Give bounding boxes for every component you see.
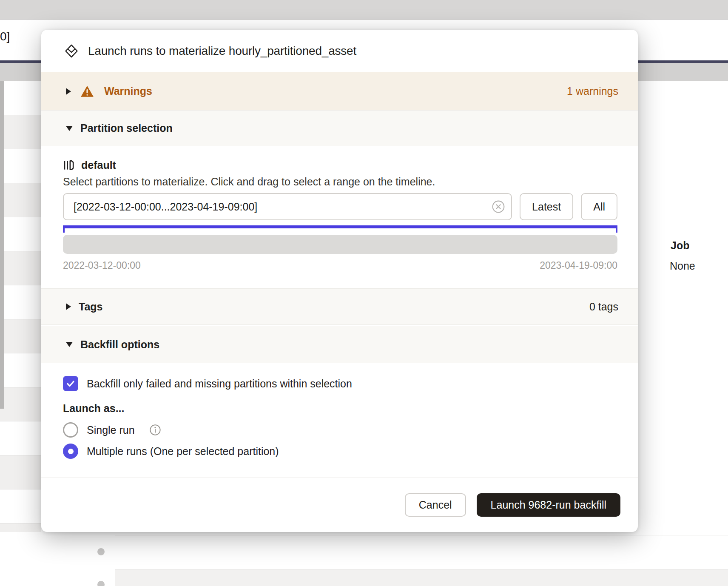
timeline-date-labels: 2022-03-12-00:00 2023-04-19-09:00	[63, 260, 617, 288]
partition-selection-body: default Select partitions to materialize…	[41, 146, 638, 288]
job-column-value: None	[670, 260, 695, 272]
dialog-footer: Cancel Launch 9682-run backfill	[41, 478, 638, 532]
timeline-end-date: 2023-04-19-09:00	[540, 260, 617, 271]
partition-selection-description: Select partitions to materialize. Click …	[63, 176, 617, 188]
clear-selection-button[interactable]	[492, 200, 505, 213]
backfill-options-body: Backfill only failed and missing partiti…	[41, 363, 638, 459]
background-clipped-text: 0]	[0, 30, 10, 43]
partition-selection-toggle[interactable]: Partition selection	[41, 110, 638, 146]
tags-count: 0 tags	[589, 301, 618, 313]
partition-input-row: Latest All	[63, 193, 617, 220]
dimension-row: default	[63, 159, 617, 171]
checkmark-icon	[65, 378, 76, 389]
multiple-runs-label: Multiple runs (One per selected partitio…	[87, 445, 279, 458]
background-status-dot	[97, 548, 105, 555]
launch-as-label: Launch as...	[63, 402, 617, 415]
single-run-radio-row[interactable]: Single run	[63, 422, 617, 438]
chevron-right-icon	[66, 88, 71, 95]
chevron-right-icon	[66, 303, 71, 310]
materialize-diamond-icon	[64, 44, 79, 58]
partition-timeline[interactable]	[63, 235, 617, 254]
tags-section-toggle[interactable]: Tags 0 tags	[41, 288, 638, 325]
partition-range-input[interactable]	[63, 193, 512, 220]
dimension-name: default	[81, 159, 116, 171]
checkbox-label: Backfill only failed and missing partiti…	[87, 378, 352, 390]
warning-triangle-icon	[80, 85, 94, 98]
warnings-label: Warnings	[104, 85, 152, 97]
selection-range-bar[interactable]	[63, 225, 617, 228]
background-right-panel	[638, 81, 728, 532]
radio-dot	[68, 449, 74, 454]
launch-backfill-dialog: Launch runs to materialize hourly_partit…	[41, 30, 638, 532]
partition-selection-header: Partition selection	[80, 122, 173, 134]
backfill-only-failed-checkbox-row[interactable]: Backfill only failed and missing partiti…	[63, 376, 617, 391]
backfill-options-header: Backfill options	[80, 339, 159, 351]
selection-tick-right	[616, 225, 617, 233]
radio-unselected[interactable]	[63, 422, 78, 438]
cancel-button[interactable]: Cancel	[405, 493, 466, 517]
latest-button[interactable]: Latest	[520, 193, 573, 220]
all-button[interactable]: All	[581, 193, 617, 220]
backfill-options-toggle[interactable]: Backfill options	[41, 326, 638, 363]
checkbox-checked[interactable]	[63, 376, 78, 391]
background-bottom-rows	[0, 532, 728, 586]
clear-circle-x-icon	[492, 200, 505, 213]
chevron-down-icon	[66, 126, 73, 131]
timeline-start-date: 2022-03-12-00:00	[63, 260, 141, 271]
partition-set-icon	[63, 159, 74, 171]
background-row-divider	[115, 535, 728, 535]
radio-selected[interactable]	[63, 444, 78, 459]
single-run-label: Single run	[87, 424, 135, 436]
chevron-down-icon	[66, 342, 73, 347]
selection-tick-left	[63, 225, 65, 233]
background-scrollbar[interactable]	[0, 81, 4, 409]
background-toolbar	[0, 0, 728, 20]
tags-header: Tags	[79, 301, 103, 313]
warnings-section-toggle[interactable]: Warnings 1 warnings	[41, 72, 638, 110]
dialog-title: Launch runs to materialize hourly_partit…	[88, 44, 356, 58]
launch-backfill-button[interactable]: Launch 9682-run backfill	[477, 493, 620, 517]
job-column-header: Job	[671, 239, 689, 252]
partition-range-field	[63, 193, 512, 220]
background-row-shaded	[115, 569, 728, 586]
background-status-dot	[97, 581, 105, 586]
dialog-header: Launch runs to materialize hourly_partit…	[41, 30, 638, 72]
warnings-count: 1 warnings	[567, 85, 618, 97]
info-icon[interactable]	[149, 424, 161, 436]
multiple-runs-radio-row[interactable]: Multiple runs (One per selected partitio…	[63, 444, 617, 459]
background-table-rows	[0, 81, 41, 532]
